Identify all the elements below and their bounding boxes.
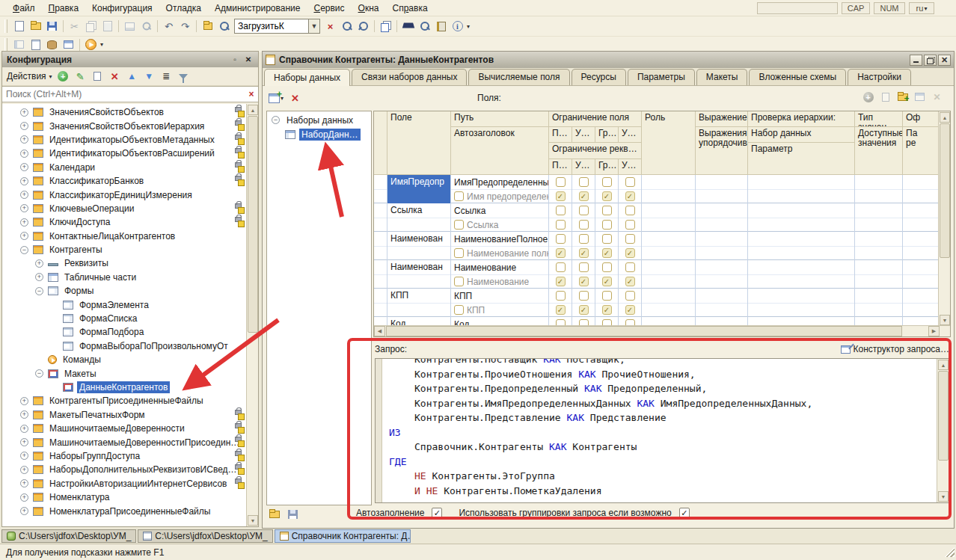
datasets-root-item[interactable]: − Наборы данных bbox=[267, 113, 371, 127]
col-restr-sub[interactable]: Гр… bbox=[595, 127, 619, 143]
sidebar-tree-item[interactable]: +НаборыДополнительныхРеквизитовИСвед… bbox=[2, 463, 258, 476]
attr-restriction-checkbox[interactable] bbox=[625, 277, 635, 286]
field-restriction-checkbox[interactable] bbox=[625, 262, 635, 272]
expand-icon[interactable]: + bbox=[20, 122, 28, 130]
panel-pin-icon[interactable]: ▫ bbox=[230, 55, 240, 64]
sidebar-tree-item[interactable]: −Макеты bbox=[2, 366, 258, 380]
field-restriction-checkbox[interactable] bbox=[579, 234, 589, 244]
col-available-values[interactable]: Доступные значения bbox=[855, 127, 903, 175]
duplicate-button[interactable] bbox=[91, 70, 104, 83]
field-path-cell[interactable]: НаименованиеПолноеНаименование полное bbox=[451, 232, 549, 260]
duplicate-field-button[interactable] bbox=[879, 90, 892, 103]
search-combo-input[interactable] bbox=[234, 19, 309, 34]
col-restr-sub[interactable]: У… bbox=[619, 159, 642, 175]
expand-icon[interactable]: + bbox=[20, 397, 28, 405]
add-dataset-button[interactable]: ▾ bbox=[269, 93, 284, 103]
delete-dataset-button[interactable]: ✕ bbox=[291, 93, 299, 104]
attr-restriction-checkbox[interactable] bbox=[556, 220, 566, 230]
add-folder-button[interactable] bbox=[896, 90, 909, 103]
menu-item-3[interactable]: Отладка bbox=[159, 1, 208, 15]
field-restriction-checkbox[interactable] bbox=[556, 234, 566, 244]
find-in-files-button[interactable] bbox=[200, 19, 215, 34]
row-handle[interactable] bbox=[374, 175, 387, 203]
col-autotitle[interactable]: Автозаголовок bbox=[451, 127, 549, 175]
sidebar-tree-item[interactable]: +ЗначенияСвойствОбъектов bbox=[2, 105, 258, 119]
menu-item-7[interactable]: Справка bbox=[385, 1, 434, 15]
autofill-checkbox[interactable] bbox=[432, 508, 442, 518]
menu-item-5[interactable]: Сервис bbox=[307, 1, 351, 15]
col-restr-sub[interactable]: У… bbox=[619, 127, 642, 143]
undo-button[interactable]: ↶ bbox=[161, 19, 177, 34]
query-editor[interactable]: Контрагенты.Поставщик КАК Поставщик,Конт… bbox=[375, 358, 949, 503]
language-indicator[interactable]: ru▾ bbox=[909, 2, 934, 14]
attr-restriction-checkbox[interactable] bbox=[625, 305, 635, 315]
sidebar-tree-item[interactable]: +НастройкиАвторизацииИнтернетСервисов bbox=[2, 477, 258, 490]
sidebar-tree-item[interactable]: +МакетыПечатныхФорм bbox=[2, 408, 258, 422]
sidebar-tree-item[interactable]: +КонтрагентыПрисоединенныеФайлы bbox=[2, 394, 258, 407]
sidebar-tree-item[interactable]: +Номенклатура bbox=[2, 490, 258, 504]
find-button[interactable] bbox=[216, 19, 232, 34]
field-path-cell[interactable]: КППКПП bbox=[451, 289, 549, 317]
start-debugging-button[interactable]: ▶ bbox=[83, 37, 99, 52]
find-previous-button[interactable] bbox=[355, 19, 371, 34]
field-restriction-checkbox[interactable] bbox=[602, 234, 612, 244]
field-restriction-checkbox[interactable] bbox=[579, 206, 589, 215]
field-restriction-checkbox[interactable] bbox=[579, 177, 589, 187]
compare-configuration-icon[interactable] bbox=[28, 37, 43, 52]
collapse-icon[interactable]: − bbox=[35, 369, 43, 378]
field-restriction-checkbox[interactable] bbox=[625, 234, 635, 244]
field-name-cell[interactable]: Ссылка bbox=[387, 203, 451, 232]
field-restriction-checkbox[interactable] bbox=[602, 177, 612, 187]
expand-icon[interactable]: + bbox=[20, 150, 28, 158]
sidebar-tree-item[interactable]: +ИдентификаторыОбъектовРасширений bbox=[2, 147, 258, 160]
fields-table-vscrollbar[interactable]: ▲ ▼ bbox=[938, 111, 950, 326]
col-restr-sub[interactable]: П… bbox=[549, 127, 572, 143]
expand-icon[interactable]: + bbox=[20, 479, 28, 487]
expand-icon[interactable]: + bbox=[20, 425, 28, 433]
col-value-type[interactable]: Тип значен… bbox=[855, 111, 903, 127]
database-icon[interactable] bbox=[44, 37, 60, 52]
search-combobox[interactable]: ▼ bbox=[234, 19, 320, 34]
dataset-item[interactable]: НаборДанн… bbox=[267, 127, 371, 141]
col-restr-sub[interactable]: П… bbox=[549, 159, 572, 175]
attr-restriction-checkbox[interactable] bbox=[579, 220, 589, 230]
attr-restriction-checkbox[interactable] bbox=[602, 191, 612, 201]
window-title-bar[interactable]: Справочник Контрагенты: ДанныеКонтрагент… bbox=[263, 52, 954, 68]
field-row[interactable]: НаименованНаименованиеПолноеНаименование… bbox=[374, 232, 939, 260]
autotitle-checkbox[interactable] bbox=[454, 191, 464, 201]
field-restriction-checkbox[interactable] bbox=[579, 291, 589, 301]
scroll-down-icon[interactable]: ▼ bbox=[248, 515, 258, 526]
col-hierarchy-dataset[interactable]: Набор данных bbox=[748, 127, 855, 143]
col-edit-params[interactable]: Паре bbox=[903, 127, 939, 175]
field-restriction-checkbox[interactable] bbox=[602, 206, 612, 215]
toolbar-overflow-icon[interactable]: ▾ bbox=[467, 23, 470, 30]
query-vscrollbar[interactable]: ▲ ▼ bbox=[937, 359, 949, 502]
minimize-button[interactable] bbox=[910, 55, 922, 66]
tab-2[interactable]: Вычисляемые поля bbox=[468, 69, 569, 85]
attr-restriction-checkbox[interactable] bbox=[579, 191, 589, 201]
window-tab-1[interactable]: C:\Users\jdfox\Desktop\УМ_ bbox=[138, 529, 272, 543]
expand-icon[interactable]: + bbox=[20, 191, 28, 199]
scroll-right-icon[interactable]: ▶ bbox=[928, 326, 940, 336]
tab-7[interactable]: Настройки bbox=[848, 69, 911, 85]
expand-icon[interactable]: + bbox=[20, 135, 28, 144]
attr-restriction-checkbox[interactable] bbox=[579, 248, 589, 258]
configuration-storage-icon[interactable] bbox=[11, 37, 27, 52]
field-name-cell[interactable]: КПП bbox=[387, 289, 451, 317]
col-field[interactable]: Поле bbox=[387, 111, 451, 175]
sidebar-tree-item[interactable]: −Контрагенты bbox=[2, 243, 258, 256]
sidebar-tree-item[interactable]: +НоменклатураПрисоединенныеФайлы bbox=[2, 504, 258, 517]
sidebar-tree-item[interactable]: −Формы bbox=[2, 284, 258, 298]
query-text[interactable]: Контрагенты.Поставщик КАК Поставщик,Конт… bbox=[383, 358, 937, 502]
windows-list-button[interactable] bbox=[378, 19, 393, 34]
new-document-button[interactable] bbox=[11, 19, 27, 34]
close-button[interactable]: ✕ bbox=[938, 55, 951, 66]
tab-4[interactable]: Параметры bbox=[628, 69, 695, 85]
sidebar-tree-item[interactable]: ФормаЭлемента bbox=[2, 298, 258, 311]
sidebar-tree-item[interactable]: +КлючиДоступа bbox=[2, 215, 258, 229]
tab-3[interactable]: Ресурсы bbox=[572, 69, 626, 85]
tab-1[interactable]: Связи наборов данных bbox=[352, 69, 467, 85]
menu-item-6[interactable]: Окна bbox=[352, 1, 386, 15]
col-path[interactable]: Путь bbox=[451, 111, 549, 127]
col-role[interactable]: Роль bbox=[642, 111, 696, 175]
